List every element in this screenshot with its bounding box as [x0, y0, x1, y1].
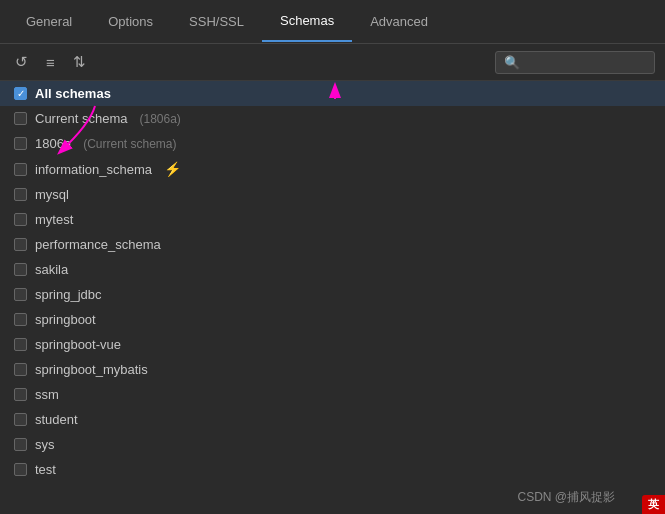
schema-checkbox[interactable] [14, 338, 27, 351]
schema-sub: (1806a) [139, 112, 180, 126]
toolbar: ↺ ≡ ⇅ 🔍 [0, 44, 665, 81]
schema-name: springboot-vue [35, 337, 121, 352]
schema-checkbox[interactable] [14, 137, 27, 150]
language-flag: 英 [642, 495, 665, 514]
schema-name: All schemas [35, 86, 111, 101]
watermark: CSDN @捕风捉影 [517, 489, 615, 506]
refresh-button[interactable]: ↺ [10, 50, 33, 74]
search-icon: 🔍 [504, 55, 520, 70]
schema-checkbox[interactable] [14, 463, 27, 476]
schema-item[interactable]: springboot_mybatis [0, 357, 665, 382]
schema-checkbox[interactable] [14, 213, 27, 226]
schema-name: springboot_mybatis [35, 362, 148, 377]
schema-name: sakila [35, 262, 68, 277]
schema-checkbox[interactable] [14, 188, 27, 201]
schema-name: Current schema [35, 111, 127, 126]
sort-button[interactable]: ⇅ [68, 50, 91, 74]
search-input[interactable] [524, 55, 644, 69]
schema-name: student [35, 412, 78, 427]
schema-list[interactable]: ✓All schemasCurrent schema(1806a)1806a(C… [0, 81, 665, 514]
schema-checkbox[interactable] [14, 313, 27, 326]
schema-item[interactable]: sakila [0, 257, 665, 282]
schema-item[interactable]: 1806a(Current schema) [0, 131, 665, 156]
schema-name: mytest [35, 212, 73, 227]
schema-item[interactable]: test [0, 457, 665, 482]
schema-checkbox[interactable] [14, 263, 27, 276]
schema-checkbox[interactable] [14, 112, 27, 125]
schema-checkbox[interactable] [14, 363, 27, 376]
tab-general[interactable]: General [8, 2, 90, 41]
tab-advanced[interactable]: Advanced [352, 2, 446, 41]
schema-name: spring_jdbc [35, 287, 102, 302]
tab-schemas[interactable]: Schemas [262, 1, 352, 42]
schema-checkbox[interactable] [14, 163, 27, 176]
schema-item[interactable]: performance_schema [0, 232, 665, 257]
schema-item[interactable]: mysql [0, 182, 665, 207]
schema-checkbox[interactable] [14, 438, 27, 451]
schema-item[interactable]: sys [0, 432, 665, 457]
schema-name: ssm [35, 387, 59, 402]
schema-checkbox[interactable] [14, 388, 27, 401]
schema-item[interactable]: student [0, 407, 665, 432]
schema-item[interactable]: ssm [0, 382, 665, 407]
tab-ssh-ssl[interactable]: SSH/SSL [171, 2, 262, 41]
schema-name: sys [35, 437, 55, 452]
schema-item[interactable]: mytest [0, 207, 665, 232]
schema-item[interactable]: springboot [0, 307, 665, 332]
search-box: 🔍 [495, 51, 655, 74]
schema-name: 1806a [35, 136, 71, 151]
schema-name: springboot [35, 312, 96, 327]
schema-name: test [35, 462, 56, 477]
schema-name: mysql [35, 187, 69, 202]
tab-options[interactable]: Options [90, 2, 171, 41]
schema-item[interactable]: information_schema⚡ [0, 156, 665, 182]
collapse-button[interactable]: ≡ [41, 51, 60, 74]
schema-checkbox[interactable] [14, 288, 27, 301]
schema-item[interactable]: ✓All schemas [0, 81, 665, 106]
lightning-icon: ⚡ [164, 161, 181, 177]
schema-name: performance_schema [35, 237, 161, 252]
schema-item[interactable]: Current schema(1806a) [0, 106, 665, 131]
schema-name: information_schema [35, 162, 152, 177]
schema-checkbox[interactable] [14, 413, 27, 426]
schema-sub: (Current schema) [83, 137, 176, 151]
schema-item[interactable]: spring_jdbc [0, 282, 665, 307]
main-content: ↺ ≡ ⇅ 🔍 ✓All schemasCurrent schema(1806a… [0, 44, 665, 514]
schema-item[interactable]: springboot-vue [0, 332, 665, 357]
tabs-bar: General Options SSH/SSL Schemas Advanced [0, 0, 665, 44]
schema-checkbox[interactable]: ✓ [14, 87, 27, 100]
schema-checkbox[interactable] [14, 238, 27, 251]
